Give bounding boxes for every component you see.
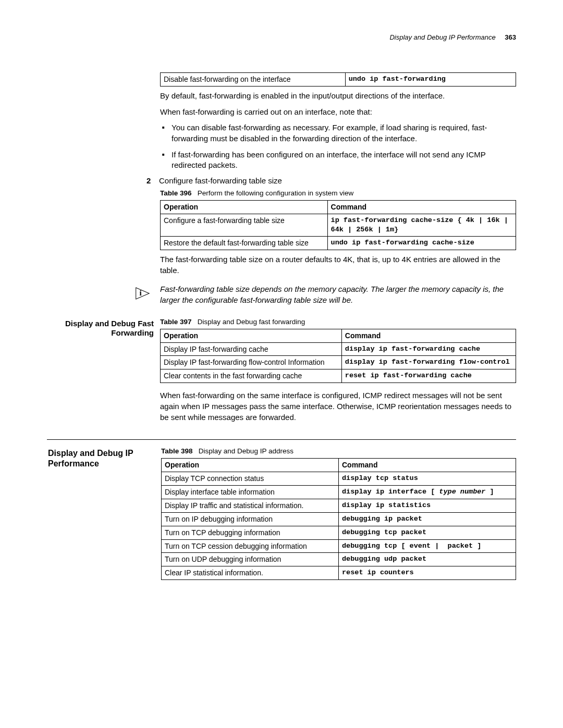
table-header-row: Operation Command (161, 201, 516, 214)
table-row: Turn on IP debugging information debuggi… (162, 512, 516, 526)
cell-operation: Disable fast-forwarding on the interface (161, 73, 346, 87)
table-row: Display IP fast-forwarding flow-control … (161, 356, 516, 369)
table-row: Turn on TCP cession debugging informatio… (162, 539, 516, 553)
table-395-fragment: Disable fast-forwarding on the interface… (160, 72, 516, 87)
cell-operation: Display IP traffic and statistical infor… (162, 499, 339, 512)
table-header-row: Operation Command (162, 459, 516, 472)
cell-operation: Restore the default fast-forwarding tabl… (161, 237, 328, 250)
cell-command: debugging udp packet (339, 553, 516, 566)
section-divider (47, 439, 516, 440)
cell-operation: Display TCP connection status (162, 472, 339, 486)
running-header: Display and Debug IP Performance 363 (47, 33, 516, 41)
table-397-caption: Table 397 Display and Debug fast forward… (160, 318, 516, 326)
header-operation: Operation (161, 201, 328, 214)
caption-label: Table 398 (161, 447, 193, 455)
table-row: Display TCP connection status display tc… (162, 472, 516, 486)
header-command: Command (341, 329, 516, 342)
table-397: Operation Command Display IP fast-forwar… (160, 329, 516, 384)
side-col-icon: i (47, 283, 154, 301)
step-2: 2 Configure fast-forwarding table size (146, 176, 516, 185)
header-operation: Operation (162, 459, 339, 472)
cell-operation: Turn on TCP debugging information (162, 526, 339, 539)
cell-operation: Clear IP statistical information. (162, 566, 339, 580)
side-col-empty (47, 71, 154, 72)
cell-operation: Display IP fast-forwarding flow-control … (161, 356, 342, 369)
cell-command: display ip fast-forwarding flow-control (341, 356, 516, 369)
caption-text: Display and Debug IP address (199, 447, 293, 455)
cell-command: reset ip fast-forwarding cache (341, 369, 516, 383)
table-398: Operation Command Display TCP connection… (161, 458, 516, 580)
side-heading-dd-ip-perf: Display and Debug IP Performance (47, 447, 155, 469)
table-row: Clear contents in the fast forwarding ca… (161, 369, 516, 383)
main-col: Table 398 Display and Debug IP address O… (161, 447, 516, 584)
table-header-row: Operation Command (161, 329, 516, 342)
info-icon: i (135, 286, 153, 301)
table-row: Display IP fast-forwarding cache display… (161, 342, 516, 356)
cell-operation: Clear contents in the fast forwarding ca… (161, 369, 342, 383)
info-note: Fast-forwarding table size depends on th… (160, 283, 516, 305)
step-number: 2 (146, 176, 154, 185)
cell-operation: Display IP fast-forwarding cache (161, 342, 342, 356)
page-number: 363 (505, 33, 516, 41)
cell-command: debugging tcp [ event | packet ] (339, 539, 516, 553)
table-row: Restore the default fast-forwarding tabl… (161, 237, 516, 250)
cell-operation: Turn on IP debugging information (162, 512, 339, 526)
list-item: If fast-forwarding has been configured o… (160, 150, 516, 171)
main-col: Fast-forwarding table size depends on th… (160, 283, 516, 305)
paragraph: The fast-forwarding table size on a rout… (160, 254, 516, 276)
table-row: Configure a fast-forwarding table size i… (161, 214, 516, 236)
table-396: Operation Command Configure a fast-forwa… (160, 200, 516, 250)
cell-command: display tcp status (339, 472, 516, 486)
cell-command: debugging tcp packet (339, 526, 516, 539)
main-col: Table 397 Display and Debug fast forward… (160, 318, 516, 428)
table-row: Clear IP statistical information. reset … (162, 566, 516, 580)
table-row: Display IP traffic and statistical infor… (162, 499, 516, 512)
table-row: Display interface table information disp… (162, 486, 516, 499)
cell-operation: Turn on TCP cession debugging informatio… (162, 539, 339, 553)
paragraph: When fast-forwarding is carried out on a… (160, 107, 516, 118)
cell-command: reset ip counters (339, 566, 516, 580)
step-text: Configure fast-forwarding table size (159, 176, 282, 185)
main-col: Disable fast-forwarding on the interface… (160, 71, 516, 281)
cell-command: undo ip fast-forwarding cache-size (327, 237, 516, 250)
table-row: Turn on UDP debugging information debugg… (162, 553, 516, 566)
table-398-caption: Table 398 Display and Debug IP address (161, 447, 516, 455)
table-row: Disable fast-forwarding on the interface… (161, 73, 516, 87)
list-item: You can disable fast-forwarding as neces… (160, 122, 516, 144)
cell-command: undo ip fast-forwarding (345, 73, 516, 87)
cell-operation: Display interface table information (162, 486, 339, 499)
table-396-caption: Table 396 Perform the following configur… (160, 189, 516, 197)
cell-operation: Configure a fast-forwarding table size (161, 214, 328, 236)
side-heading-dd-ff: Display and Debug Fast Forwarding (47, 318, 154, 339)
svg-marker-0 (136, 288, 150, 299)
header-command: Command (327, 201, 516, 214)
cell-operation: Turn on UDP debugging information (162, 553, 339, 566)
table-row: Turn on TCP debugging information debugg… (162, 526, 516, 539)
running-title: Display and Debug IP Performance (389, 33, 495, 41)
header-operation: Operation (161, 329, 342, 342)
caption-label: Table 396 (160, 189, 192, 197)
cell-command: ip fast-forwarding cache-size { 4k | 16k… (327, 214, 516, 236)
header-command: Command (339, 459, 516, 472)
page: Display and Debug IP Performance 363 Dis… (0, 0, 563, 728)
bullet-list: You can disable fast-forwarding as neces… (160, 122, 516, 171)
cell-command: display ip interface [ type number ] (339, 486, 516, 499)
caption-text: Perform the following configuration in s… (198, 189, 353, 197)
cell-command: display ip statistics (339, 499, 516, 512)
caption-text: Display and Debug fast forwarding (198, 318, 305, 326)
caption-label: Table 397 (160, 318, 192, 326)
paragraph: By default, fast-forwarding is enabled i… (160, 91, 516, 102)
svg-text:i: i (140, 288, 142, 297)
cell-command: display ip fast-forwarding cache (341, 342, 516, 356)
cell-command: debugging ip packet (339, 512, 516, 526)
paragraph: When fast-forwarding on the same interfa… (160, 390, 516, 423)
